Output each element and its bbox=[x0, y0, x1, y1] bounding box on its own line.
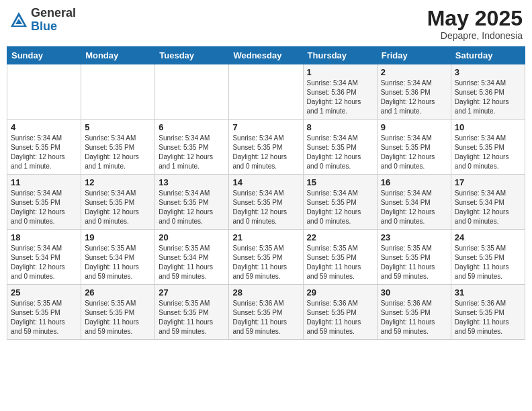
day-info: Sunrise: 5:36 AM Sunset: 5:35 PM Dayligh… bbox=[232, 299, 299, 336]
day-info: Sunrise: 5:36 AM Sunset: 5:35 PM Dayligh… bbox=[455, 299, 521, 336]
day-number: 26 bbox=[85, 287, 151, 298]
day-number: 2 bbox=[381, 67, 447, 77]
calendar-cell bbox=[7, 64, 81, 120]
day-info: Sunrise: 5:35 AM Sunset: 5:35 PM Dayligh… bbox=[85, 299, 151, 336]
day-info: Sunrise: 5:34 AM Sunset: 5:36 PM Dayligh… bbox=[455, 79, 521, 116]
month-title: May 2025 bbox=[427, 7, 523, 30]
day-info: Sunrise: 5:35 AM Sunset: 5:35 PM Dayligh… bbox=[381, 244, 447, 281]
calendar-cell: 13Sunrise: 5:34 AM Sunset: 5:35 PM Dayli… bbox=[155, 175, 229, 230]
calendar-cell: 27Sunrise: 5:35 AM Sunset: 5:35 PM Dayli… bbox=[155, 285, 229, 340]
calendar-cell: 12Sunrise: 5:34 AM Sunset: 5:35 PM Dayli… bbox=[81, 175, 155, 230]
day-info: Sunrise: 5:34 AM Sunset: 5:35 PM Dayligh… bbox=[232, 134, 299, 171]
title-block: May 2025 Depapre, Indonesia bbox=[427, 7, 523, 41]
calendar-cell: 20Sunrise: 5:35 AM Sunset: 5:34 PM Dayli… bbox=[155, 230, 229, 285]
calendar-header-row: SundayMondayTuesdayWednesdayThursdayFrid… bbox=[7, 47, 525, 64]
day-number: 11 bbox=[11, 177, 77, 187]
day-number: 19 bbox=[85, 232, 151, 242]
day-number: 25 bbox=[11, 287, 77, 298]
day-info: Sunrise: 5:36 AM Sunset: 5:35 PM Dayligh… bbox=[307, 299, 373, 336]
logo-icon bbox=[9, 11, 28, 30]
day-number: 24 bbox=[455, 232, 521, 242]
day-number: 6 bbox=[159, 122, 225, 132]
day-info: Sunrise: 5:34 AM Sunset: 5:35 PM Dayligh… bbox=[85, 134, 151, 171]
day-number: 21 bbox=[232, 232, 299, 242]
day-number: 14 bbox=[232, 177, 299, 187]
calendar-week-4: 18Sunrise: 5:34 AM Sunset: 5:34 PM Dayli… bbox=[7, 230, 525, 285]
calendar-cell: 3Sunrise: 5:34 AM Sunset: 5:36 PM Daylig… bbox=[451, 64, 525, 120]
day-number: 3 bbox=[455, 67, 521, 77]
day-info: Sunrise: 5:34 AM Sunset: 5:34 PM Dayligh… bbox=[381, 189, 447, 226]
day-number: 27 bbox=[159, 287, 225, 298]
calendar-cell: 2Sunrise: 5:34 AM Sunset: 5:36 PM Daylig… bbox=[377, 64, 451, 120]
calendar-cell: 30Sunrise: 5:36 AM Sunset: 5:35 PM Dayli… bbox=[377, 285, 451, 340]
calendar-cell: 21Sunrise: 5:35 AM Sunset: 5:35 PM Dayli… bbox=[229, 230, 303, 285]
calendar-week-5: 25Sunrise: 5:35 AM Sunset: 5:35 PM Dayli… bbox=[7, 285, 525, 340]
day-number: 22 bbox=[307, 232, 373, 242]
calendar-cell: 22Sunrise: 5:35 AM Sunset: 5:35 PM Dayli… bbox=[303, 230, 377, 285]
day-info: Sunrise: 5:34 AM Sunset: 5:35 PM Dayligh… bbox=[85, 189, 151, 226]
calendar-cell: 7Sunrise: 5:34 AM Sunset: 5:35 PM Daylig… bbox=[229, 120, 303, 175]
day-info: Sunrise: 5:34 AM Sunset: 5:35 PM Dayligh… bbox=[307, 189, 373, 226]
calendar-cell: 8Sunrise: 5:34 AM Sunset: 5:35 PM Daylig… bbox=[303, 120, 377, 175]
day-number: 23 bbox=[381, 232, 447, 242]
day-number: 15 bbox=[307, 177, 373, 187]
day-number: 7 bbox=[232, 122, 299, 132]
day-info: Sunrise: 5:34 AM Sunset: 5:34 PM Dayligh… bbox=[455, 189, 521, 226]
calendar-cell: 14Sunrise: 5:34 AM Sunset: 5:35 PM Dayli… bbox=[229, 175, 303, 230]
day-number: 18 bbox=[11, 232, 77, 242]
day-number: 28 bbox=[232, 287, 299, 298]
calendar-cell: 19Sunrise: 5:35 AM Sunset: 5:34 PM Dayli… bbox=[81, 230, 155, 285]
day-number: 8 bbox=[307, 122, 373, 132]
calendar-cell: 9Sunrise: 5:34 AM Sunset: 5:35 PM Daylig… bbox=[377, 120, 451, 175]
calendar-cell: 31Sunrise: 5:36 AM Sunset: 5:35 PM Dayli… bbox=[451, 285, 525, 340]
page-header: General Blue May 2025 Depapre, Indonesia bbox=[7, 7, 525, 41]
day-number: 1 bbox=[307, 67, 373, 77]
calendar-cell: 17Sunrise: 5:34 AM Sunset: 5:34 PM Dayli… bbox=[451, 175, 525, 230]
day-number: 13 bbox=[159, 177, 225, 187]
day-number: 10 bbox=[455, 122, 521, 132]
day-info: Sunrise: 5:34 AM Sunset: 5:35 PM Dayligh… bbox=[232, 189, 299, 226]
day-number: 31 bbox=[455, 287, 521, 298]
day-number: 17 bbox=[455, 177, 521, 187]
day-info: Sunrise: 5:35 AM Sunset: 5:35 PM Dayligh… bbox=[159, 299, 225, 336]
day-info: Sunrise: 5:34 AM Sunset: 5:35 PM Dayligh… bbox=[307, 134, 373, 171]
day-info: Sunrise: 5:34 AM Sunset: 5:35 PM Dayligh… bbox=[455, 134, 521, 171]
calendar-cell: 1Sunrise: 5:34 AM Sunset: 5:36 PM Daylig… bbox=[303, 64, 377, 120]
calendar-cell: 28Sunrise: 5:36 AM Sunset: 5:35 PM Dayli… bbox=[229, 285, 303, 340]
calendar-cell bbox=[81, 64, 155, 120]
calendar-cell: 4Sunrise: 5:34 AM Sunset: 5:35 PM Daylig… bbox=[7, 120, 81, 175]
day-info: Sunrise: 5:34 AM Sunset: 5:34 PM Dayligh… bbox=[11, 244, 77, 281]
logo: General Blue bbox=[9, 7, 76, 34]
calendar-cell: 26Sunrise: 5:35 AM Sunset: 5:35 PM Dayli… bbox=[81, 285, 155, 340]
calendar-cell: 15Sunrise: 5:34 AM Sunset: 5:35 PM Dayli… bbox=[303, 175, 377, 230]
calendar-week-1: 1Sunrise: 5:34 AM Sunset: 5:36 PM Daylig… bbox=[7, 64, 525, 120]
calendar-cell: 5Sunrise: 5:34 AM Sunset: 5:35 PM Daylig… bbox=[81, 120, 155, 175]
day-info: Sunrise: 5:35 AM Sunset: 5:34 PM Dayligh… bbox=[159, 244, 225, 281]
calendar-cell: 18Sunrise: 5:34 AM Sunset: 5:34 PM Dayli… bbox=[7, 230, 81, 285]
col-header-wednesday: Wednesday bbox=[229, 47, 303, 64]
location-subtitle: Depapre, Indonesia bbox=[427, 30, 523, 41]
day-info: Sunrise: 5:35 AM Sunset: 5:35 PM Dayligh… bbox=[307, 244, 373, 281]
day-info: Sunrise: 5:34 AM Sunset: 5:36 PM Dayligh… bbox=[381, 79, 447, 116]
day-info: Sunrise: 5:34 AM Sunset: 5:35 PM Dayligh… bbox=[11, 189, 77, 226]
calendar-cell: 11Sunrise: 5:34 AM Sunset: 5:35 PM Dayli… bbox=[7, 175, 81, 230]
col-header-tuesday: Tuesday bbox=[155, 47, 229, 64]
day-info: Sunrise: 5:35 AM Sunset: 5:34 PM Dayligh… bbox=[85, 244, 151, 281]
day-number: 12 bbox=[85, 177, 151, 187]
day-info: Sunrise: 5:35 AM Sunset: 5:35 PM Dayligh… bbox=[232, 244, 299, 281]
day-info: Sunrise: 5:34 AM Sunset: 5:36 PM Dayligh… bbox=[307, 79, 373, 116]
day-number: 16 bbox=[381, 177, 447, 187]
day-number: 29 bbox=[307, 287, 373, 298]
calendar-cell: 16Sunrise: 5:34 AM Sunset: 5:34 PM Dayli… bbox=[377, 175, 451, 230]
calendar-cell: 25Sunrise: 5:35 AM Sunset: 5:35 PM Dayli… bbox=[7, 285, 81, 340]
day-info: Sunrise: 5:36 AM Sunset: 5:35 PM Dayligh… bbox=[381, 299, 447, 336]
day-info: Sunrise: 5:34 AM Sunset: 5:35 PM Dayligh… bbox=[11, 134, 77, 171]
day-number: 5 bbox=[85, 122, 151, 132]
col-header-saturday: Saturday bbox=[451, 47, 525, 64]
calendar-week-2: 4Sunrise: 5:34 AM Sunset: 5:35 PM Daylig… bbox=[7, 120, 525, 175]
calendar-cell: 6Sunrise: 5:34 AM Sunset: 5:35 PM Daylig… bbox=[155, 120, 229, 175]
day-info: Sunrise: 5:35 AM Sunset: 5:35 PM Dayligh… bbox=[11, 299, 77, 336]
day-info: Sunrise: 5:34 AM Sunset: 5:35 PM Dayligh… bbox=[159, 134, 225, 171]
day-info: Sunrise: 5:35 AM Sunset: 5:35 PM Dayligh… bbox=[455, 244, 521, 281]
col-header-friday: Friday bbox=[377, 47, 451, 64]
